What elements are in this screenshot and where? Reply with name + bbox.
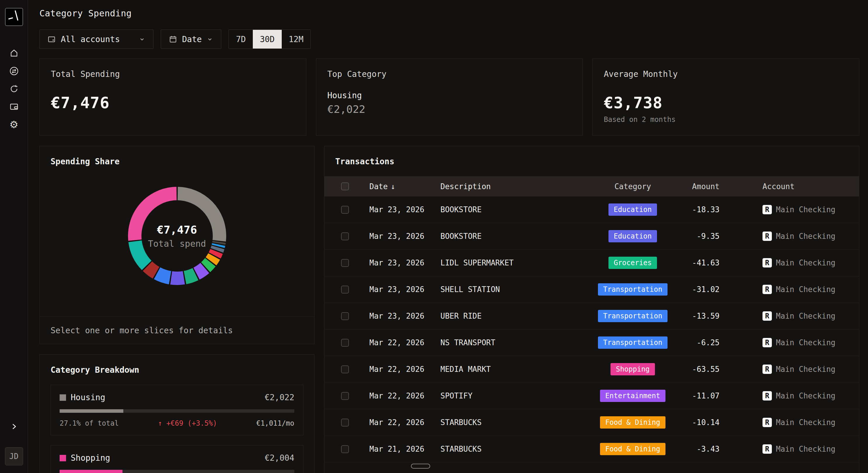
category-breakdown-card: Category Breakdown Housing €2,022 27.1% … [39,354,314,473]
row-checkbox[interactable] [341,445,349,453]
table-row[interactable]: Mar 22, 2026 NS TRANSPORT Transportation… [324,329,859,356]
column-header-category[interactable]: Category [596,182,669,191]
cell-account: R Main Checking [719,444,859,454]
calendar-icon [168,35,177,43]
column-header-amount[interactable]: Amount [669,182,719,191]
cell-account: R Main Checking [719,391,859,401]
select-all-checkbox[interactable] [341,182,349,190]
bank-logo-icon: R [763,285,772,294]
cell-description: SHELL STATION [420,285,596,294]
row-checkbox[interactable] [341,419,349,426]
filter-bar: All accounts Date 7D 30D 12M [39,30,859,49]
stat-label: Top Category [327,69,571,79]
user-avatar[interactable]: JD [5,447,23,465]
cell-description: STARBUCKS [420,418,596,427]
cell-amount: -3.43 [669,445,719,453]
average-monthly-note: Based on 2 months [604,116,848,124]
row-checkbox[interactable] [341,365,349,373]
breakdown-progress-track [60,470,294,473]
breakdown-category-name: Shopping [71,453,110,463]
range-30d-button[interactable]: 30D [253,30,282,49]
row-checkbox[interactable] [341,232,349,240]
cell-amount: -63.55 [669,365,719,374]
bank-logo-icon: R [763,418,772,427]
spending-share-card: Spending Share €7,476 Total spend Select… [39,146,314,344]
table-row[interactable]: Mar 23, 2026 SHELL STATION Transportatio… [324,276,859,303]
date-dropdown[interactable]: Date [161,30,221,49]
chevron-down-icon [206,36,213,43]
top-category-card: Top Category Housing €2,022 [316,58,583,136]
table-row[interactable]: Mar 23, 2026 LIDL SUPERMARKET Groceries … [324,250,859,276]
table-row[interactable]: Mar 22, 2026 STARBUCKS Food & Dining -10… [324,409,859,436]
category-pill: Transportation [598,283,668,296]
account-name: Main Checking [776,232,836,241]
app-logo[interactable] [5,8,23,26]
table-row[interactable]: Mar 22, 2026 MEDIA MARKT Shopping -63.55… [324,356,859,383]
category-color-swatch [60,455,66,461]
cell-description: BOOKSTORE [420,205,596,214]
category-pill: Food & Dining [600,443,665,455]
column-header-description[interactable]: Description [420,182,596,191]
cell-account: R Main Checking [719,338,859,347]
table-row[interactable]: Mar 23, 2026 BOOKSTORE Education -18.33 … [324,197,859,223]
table-horizontal-scrollbar[interactable] [411,464,430,469]
breakdown-item-housing[interactable]: Housing €2,022 27.1% of total ↑ +€69 (+3… [51,385,303,435]
range-7d-button[interactable]: 7D [229,30,253,49]
breakdown-per-month: €1,011/mo [256,419,294,427]
cell-date: Mar 22, 2026 [349,338,420,347]
cell-description: STARBUCKS [420,445,596,453]
category-breakdown-title: Category Breakdown [51,365,303,375]
row-checkbox[interactable] [341,259,349,267]
sidebar-item-settings[interactable]: ⚙ [8,120,21,129]
cell-account: R Main Checking [719,205,859,214]
cell-description: NS TRANSPORT [420,338,596,347]
bank-logo-icon: R [763,391,772,401]
breakdown-item-shopping[interactable]: Shopping €2,004 [51,445,303,473]
range-12m-button[interactable]: 12M [282,30,311,49]
row-checkbox[interactable] [341,206,349,214]
breakdown-category-name: Housing [71,393,105,402]
column-header-account[interactable]: Account [719,182,859,191]
main-content: Category Spending All accounts Date [28,0,868,473]
bank-logo-icon: R [763,205,772,214]
breakdown-progress-track [60,409,294,413]
table-row[interactable]: Mar 21, 2026 STARBUCKS Food & Dining -3.… [324,436,859,463]
row-checkbox[interactable] [341,392,349,400]
sidebar-item-accounts[interactable] [8,102,21,111]
home-icon [9,49,19,58]
row-checkbox[interactable] [341,339,349,347]
table-body: Mar 23, 2026 BOOKSTORE Education -18.33 … [324,197,859,463]
donut-chart[interactable] [116,175,239,297]
spending-share-title: Spending Share [40,146,314,166]
transactions-card: Transactions Date↓ Description Category … [324,146,859,473]
breakdown-progress-fill [60,409,123,413]
table-row[interactable]: Mar 23, 2026 BOOKSTORE Education -9.35 R… [324,223,859,250]
date-dropdown-label: Date [182,34,202,44]
cell-amount: -31.02 [669,285,719,294]
bank-logo-icon: R [763,311,772,321]
settings-gear-icon: ⚙ [9,120,18,129]
column-header-date[interactable]: Date↓ [349,182,420,191]
row-checkbox[interactable] [341,286,349,294]
sidebar-item-sync[interactable] [8,85,21,93]
page-title: Category Spending [39,8,859,19]
sidebar-item-transfers[interactable] [8,67,21,76]
spending-share-donut[interactable]: €7,476 Total spend [116,175,239,297]
top-category-name: Housing [327,91,571,100]
category-pill: Entertainment [600,390,665,402]
cell-date: Mar 23, 2026 [349,259,420,267]
sidebar-item-home[interactable] [8,49,21,58]
sidebar-expand-button[interactable] [8,422,21,431]
breakdown-progress-fill [60,470,122,473]
cell-description: LIDL SUPERMARKET [420,259,596,267]
row-checkbox[interactable] [341,312,349,320]
cell-account: R Main Checking [719,285,859,294]
cell-account: R Main Checking [719,364,859,374]
accounts-dropdown[interactable]: All accounts [39,30,153,49]
table-row[interactable]: Mar 22, 2026 SPOTIFY Entertainment -11.0… [324,383,859,409]
donut-segment[interactable] [127,186,227,286]
average-monthly-value: €3,738 [604,93,848,112]
cell-amount: -6.25 [669,338,719,347]
table-row[interactable]: Mar 23, 2026 UBER RIDE Transportation -1… [324,303,859,329]
table-header-row: Date↓ Description Category Amount Accoun… [324,176,859,197]
